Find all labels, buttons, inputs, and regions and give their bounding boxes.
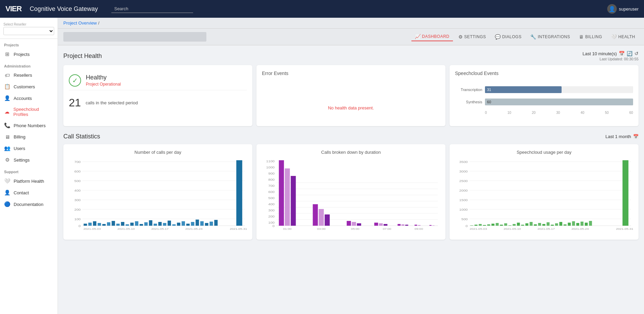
refresh-icon[interactable]: 🔄 <box>627 51 632 56</box>
tab-dialogs[interactable]: 💬 DIALOGS <box>491 33 525 41</box>
search-input[interactable] <box>111 5 193 13</box>
svg-text:07:00: 07:00 <box>383 227 391 230</box>
tab-label: INTEGRATIONS <box>538 34 570 39</box>
svg-text:2021-05-24: 2021-05-24 <box>185 227 203 230</box>
svg-rect-123 <box>521 225 524 226</box>
svg-rect-121 <box>513 224 516 226</box>
svg-text:0: 0 <box>272 224 275 228</box>
calls-per-day-card: Number of calls per day 700 600 500 400 … <box>63 144 252 240</box>
health-period-label: Last 10 minute(s) <box>583 51 617 56</box>
svg-rect-21 <box>107 222 110 226</box>
svg-rect-129 <box>547 222 550 226</box>
health-status-card: ✓ Healthy Project Operational 21 calls i… <box>63 65 252 126</box>
svg-rect-137 <box>581 222 584 226</box>
svg-rect-19 <box>98 223 101 226</box>
svg-rect-37 <box>182 221 185 226</box>
svg-text:500: 500 <box>268 196 275 200</box>
calendar-icon[interactable]: 📅 <box>619 51 625 56</box>
svg-rect-127 <box>538 223 541 226</box>
call-stats-period-label: Last 1 month <box>606 134 631 139</box>
sidebar-item-label: Contact <box>14 190 29 195</box>
call-stats-period: Last 1 month 📅 <box>606 134 639 139</box>
tab-label: DIALOGS <box>502 34 522 39</box>
svg-rect-77 <box>347 221 351 226</box>
svg-text:700: 700 <box>268 184 275 188</box>
users-icon: 👥 <box>4 145 10 151</box>
speechcloud-events-card: Speechcloud Events Transcription 31 Synt… <box>450 65 639 126</box>
breadcrumb-separator: / <box>98 20 99 26</box>
sidebar-item-customers[interactable]: 📋 Customers <box>0 81 58 92</box>
sidebar-item-platform-health[interactable]: 🤍 Platform Health <box>0 175 58 187</box>
svg-rect-39 <box>191 222 194 226</box>
reseller-selector: Select Reseller <box>0 20 58 39</box>
call-statistics-section: Call Statistics Last 1 month 📅 Number of… <box>63 133 639 240</box>
charts-row: Number of calls per day 700 600 500 400 … <box>63 144 639 240</box>
svg-rect-112 <box>474 225 477 226</box>
sidebar-section-projects: Projects <box>0 39 58 48</box>
sidebar-item-contact[interactable]: 👤 Contact <box>0 187 58 198</box>
svg-rect-134 <box>568 223 571 226</box>
health-status-label: Healthy <box>86 74 121 81</box>
speechcloud-per-day-card: Speechcloud usage per day 3500 3000 2500… <box>450 144 639 240</box>
svg-rect-22 <box>112 221 115 226</box>
resellers-icon: 🏷 <box>4 72 10 78</box>
project-header: 📈 DASHBOARD ⚙ SETTINGS 💬 DIALOGS 🔧 INTEG… <box>58 29 644 45</box>
svg-rect-73 <box>291 176 296 226</box>
speechcloud-transcription-row: Transcription 31 <box>455 86 633 93</box>
breadcrumb-project-overview[interactable]: Project Overview <box>63 20 97 26</box>
svg-text:400: 400 <box>74 189 81 192</box>
svg-rect-125 <box>530 222 533 226</box>
contact-icon: 👤 <box>4 190 10 196</box>
svg-text:1000: 1000 <box>459 208 468 211</box>
sidebar-item-label: Customers <box>14 84 35 89</box>
svg-text:100: 100 <box>268 221 275 224</box>
sidebar-item-settings[interactable]: ⚙ Settings <box>0 154 58 166</box>
reload-icon[interactable]: ↺ <box>634 51 639 56</box>
sidebar-item-phone-numbers[interactable]: 📞 Phone Numbers <box>0 120 58 131</box>
tab-billing[interactable]: 🖥 BILLING <box>576 33 606 41</box>
sidebar-item-label: Documentation <box>14 202 43 207</box>
sidebar-item-speechcloud[interactable]: ☁ Speechcloud Profiles <box>0 104 58 120</box>
svg-text:2021-05-10: 2021-05-10 <box>117 227 135 230</box>
svg-text:900: 900 <box>268 172 275 175</box>
svg-rect-18 <box>93 221 96 226</box>
svg-text:2021-05-10: 2021-05-10 <box>504 227 521 230</box>
svg-rect-89 <box>433 225 435 226</box>
sidebar-item-label: Accounts <box>14 96 32 101</box>
speechcloud-axis: 0 10 20 30 40 50 60 <box>455 111 633 115</box>
user-avatar-icon[interactable]: 👤 <box>607 4 617 14</box>
app-title: Cognitive Voice Gateway <box>30 5 98 13</box>
sidebar-item-users[interactable]: 👥 Users <box>0 143 58 154</box>
sidebar-item-accounts[interactable]: 👤 Accounts <box>0 92 58 104</box>
svg-text:09:00: 09:00 <box>414 227 423 230</box>
svg-text:600: 600 <box>268 190 275 194</box>
sidebar-item-billing[interactable]: 🖥 Billing <box>0 131 58 143</box>
svg-rect-140 <box>623 160 628 226</box>
tab-label: HEALTH <box>618 34 635 39</box>
sidebar-item-documentation[interactable]: 🔵 Documentation <box>0 198 58 210</box>
tab-integrations[interactable]: 🔧 INTEGRATIONS <box>527 33 574 41</box>
svg-rect-118 <box>500 225 503 226</box>
speechcloud-bar-chart: Transcription 31 Synthesis 60 0 10 <box>455 83 633 118</box>
tab-dashboard[interactable]: 📈 DASHBOARD <box>411 32 453 41</box>
svg-rect-82 <box>383 224 387 226</box>
svg-rect-135 <box>572 221 575 226</box>
error-events-title: Error Events <box>262 71 288 76</box>
svg-rect-87 <box>418 225 420 226</box>
calls-by-duration-svg: 1100 1000 900 800 700 600 500 400 300 20… <box>262 159 440 230</box>
synthesis-label: Synthesis <box>455 100 482 104</box>
sidebar-item-projects[interactable]: ⊞ Projects <box>0 48 58 60</box>
reseller-select-input[interactable] <box>3 27 54 35</box>
call-stats-calendar-icon[interactable]: 📅 <box>633 134 639 139</box>
tab-health[interactable]: 🤍 HEALTH <box>608 33 639 41</box>
svg-rect-43 <box>209 222 213 226</box>
svg-text:100: 100 <box>74 218 81 221</box>
svg-rect-29 <box>144 222 148 226</box>
svg-rect-74 <box>313 204 318 226</box>
sidebar-item-resellers[interactable]: 🏷 Resellers <box>0 70 58 81</box>
tab-settings[interactable]: ⚙ SETTINGS <box>455 33 490 41</box>
svg-rect-79 <box>357 223 361 226</box>
project-tabs: 📈 DASHBOARD ⚙ SETTINGS 💬 DIALOGS 🔧 INTEG… <box>411 32 639 41</box>
svg-rect-44 <box>214 220 218 226</box>
svg-rect-85 <box>405 225 408 226</box>
